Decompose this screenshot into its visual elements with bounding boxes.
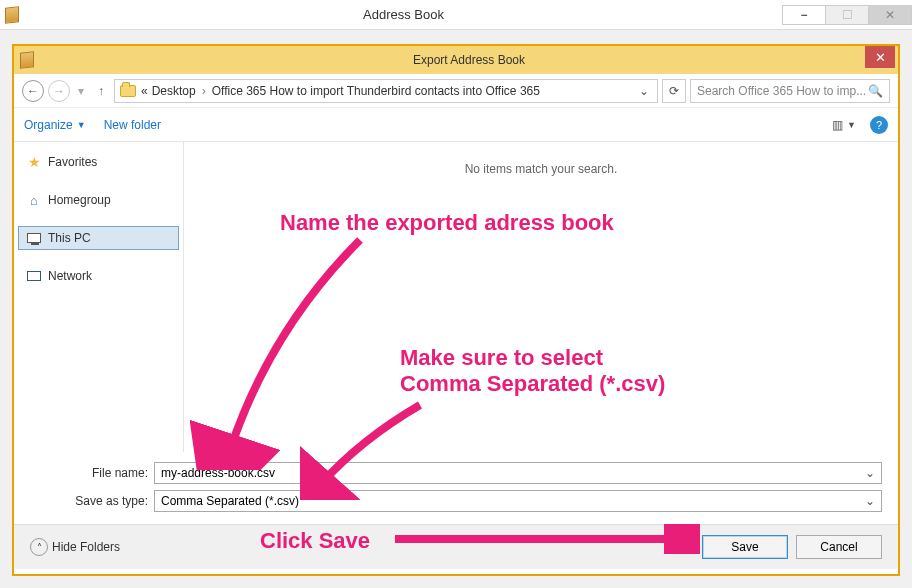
organize-label: Organize xyxy=(24,118,73,132)
save-button[interactable]: Save xyxy=(702,535,788,559)
savetype-dropdown[interactable]: ⌄ xyxy=(859,494,875,508)
homegroup-icon: ⌂ xyxy=(26,192,42,208)
view-options-button[interactable]: ▥ ▼ xyxy=(832,118,856,132)
folder-icon xyxy=(119,82,137,100)
empty-message: No items match your search. xyxy=(465,162,618,176)
breadcrumb-prefix: « xyxy=(139,84,150,98)
search-input[interactable]: Search Office 365 How to imp... 🔍 xyxy=(690,79,890,103)
maximize-button[interactable]: ☐ xyxy=(825,5,869,25)
new-folder-button[interactable]: New folder xyxy=(104,118,161,132)
sidebar-item-label: Homegroup xyxy=(48,193,111,207)
file-list-area: No items match your search. xyxy=(184,142,898,452)
network-icon xyxy=(26,268,42,284)
hide-folders-label: Hide Folders xyxy=(52,540,120,554)
nav-back-button[interactable]: ← xyxy=(22,80,44,102)
filename-label: File name: xyxy=(30,466,154,480)
dialog-title: Export Address Book xyxy=(40,53,898,67)
sidebar-item-homegroup[interactable]: ⌂ Homegroup xyxy=(18,188,179,212)
new-folder-label: New folder xyxy=(104,118,161,132)
dialog-close-button[interactable]: ✕ xyxy=(865,46,895,68)
cancel-label: Cancel xyxy=(820,540,857,554)
breadcrumb-part[interactable]: Desktop xyxy=(150,84,198,98)
address-bar[interactable]: « Desktop › Office 365 How to import Thu… xyxy=(114,79,658,103)
cancel-button[interactable]: Cancel xyxy=(796,535,882,559)
chevron-right-icon[interactable]: › xyxy=(198,84,210,98)
address-dropdown[interactable]: ⌄ xyxy=(635,84,653,98)
breadcrumb-part[interactable]: Office 365 How to import Thunderbird con… xyxy=(210,84,542,98)
close-button[interactable]: ✕ xyxy=(868,5,912,25)
organize-menu[interactable]: Organize ▼ xyxy=(24,118,86,132)
dialog-icon xyxy=(14,52,40,68)
sidebar-item-label: Network xyxy=(48,269,92,283)
app-icon xyxy=(0,0,24,30)
sidebar-item-label: This PC xyxy=(48,231,91,245)
filename-dropdown[interactable]: ⌄ xyxy=(859,466,875,480)
sidebar-item-this-pc[interactable]: This PC xyxy=(18,226,179,250)
sidebar-item-network[interactable]: Network xyxy=(18,264,179,288)
chevron-up-icon: ˄ xyxy=(30,538,48,556)
navigation-sidebar: ★ Favorites ⌂ Homegroup This PC Network xyxy=(14,142,184,452)
savetype-label: Save as type: xyxy=(30,494,154,508)
savetype-select[interactable]: Comma Separated (*.csv) ⌄ xyxy=(154,490,882,512)
nav-forward-button: → xyxy=(48,80,70,102)
minimize-button[interactable]: − xyxy=(782,5,826,25)
refresh-button[interactable]: ⟳ xyxy=(662,79,686,103)
pc-icon xyxy=(26,230,42,246)
hide-folders-button[interactable]: ˄ Hide Folders xyxy=(30,538,120,556)
search-placeholder: Search Office 365 How to imp... xyxy=(697,84,866,98)
parent-title: Address Book xyxy=(24,7,783,22)
recent-locations-button[interactable]: ▾ xyxy=(74,84,88,98)
filename-field[interactable] xyxy=(161,466,859,480)
nav-up-button[interactable]: ↑ xyxy=(92,80,110,102)
search-icon: 🔍 xyxy=(868,84,883,98)
help-button[interactable]: ? xyxy=(870,116,888,134)
sidebar-item-favorites[interactable]: ★ Favorites xyxy=(18,150,179,174)
parent-titlebar: Address Book − ☐ ✕ xyxy=(0,0,912,30)
chevron-down-icon: ▼ xyxy=(77,120,86,130)
save-label: Save xyxy=(731,540,758,554)
filename-input[interactable]: ⌄ xyxy=(154,462,882,484)
sidebar-item-label: Favorites xyxy=(48,155,97,169)
savetype-value: Comma Separated (*.csv) xyxy=(161,494,299,508)
star-icon: ★ xyxy=(26,154,42,170)
dialog-titlebar[interactable]: Export Address Book ✕ xyxy=(14,46,898,74)
